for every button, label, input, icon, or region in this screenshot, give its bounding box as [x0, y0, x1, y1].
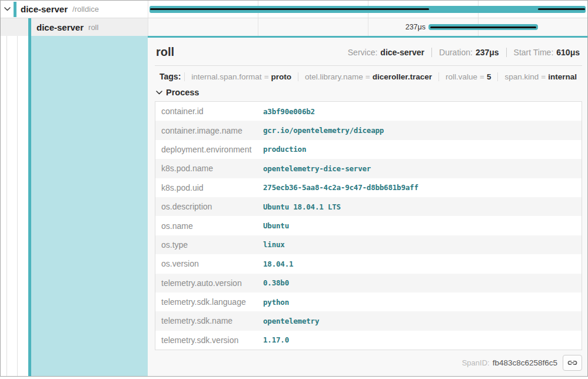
collapse-chevron-down-icon[interactable]: [1, 1, 14, 18]
process-value: 0.38b0: [263, 278, 289, 287]
tags-toggle[interactable]: Tags: internal.span.format=proto otel.li…: [156, 72, 582, 81]
summary-label: Start Time:: [514, 48, 554, 57]
process-row: k8s.pod.nameopentelemetry-dice-server: [155, 159, 582, 178]
process-key: telemetry.sdk.language: [155, 297, 263, 307]
tag-item: roll.value=5: [438, 72, 497, 81]
tag-equals: =: [541, 72, 546, 81]
indent-guide-line: [6, 36, 7, 376]
span-title: roll: [156, 45, 174, 59]
tag-equals: =: [366, 72, 370, 81]
tag-value: proto: [271, 72, 292, 81]
process-value: linux: [263, 240, 285, 249]
service-color-bar: [28, 18, 31, 36]
process-key: telemetry.sdk.version: [155, 335, 263, 345]
summary-duration: Duration:237μs: [431, 48, 506, 57]
process-row: container.image.namegcr.io/opentelemetry…: [155, 121, 582, 139]
summary-value: 610μs: [556, 48, 580, 57]
span-summary: Service:dice-server Duration:237μs Start…: [341, 48, 581, 57]
tag-item: internal.span.format=proto: [184, 72, 298, 81]
tag-key: roll.value: [446, 72, 477, 81]
process-row: telemetry.sdk.version1.17.0: [155, 331, 582, 350]
span-bar-parent[interactable]: [150, 6, 586, 13]
process-key: telemetry.auto.version: [155, 278, 263, 288]
span-duration-label: 237μs: [406, 18, 426, 36]
tag-value: diceroller.tracer: [373, 72, 432, 81]
indent-guide-line: [17, 36, 18, 376]
spanid-value: fb483c8c6258f6c5: [493, 358, 557, 367]
process-row: os.nameUbuntu: [155, 216, 582, 235]
tag-value: internal: [548, 72, 577, 81]
summary-start-time: Start Time:610μs: [506, 48, 581, 57]
grid-line: [258, 18, 258, 36]
process-value: opentelemetry: [263, 317, 319, 325]
process-row: telemetry.auto.version0.38b0: [155, 274, 582, 292]
tag-item: otel.library.name=diceroller.tracer: [298, 72, 438, 81]
process-value: a3bf90e006b2: [263, 107, 315, 116]
grid-line: [368, 18, 368, 36]
process-key: os.name: [155, 221, 263, 231]
tag-key: internal.span.format: [191, 72, 261, 81]
link-icon: [567, 358, 577, 368]
summary-label: Service:: [348, 48, 378, 57]
process-row: container.ida3bf90e006b2: [155, 102, 582, 121]
process-key: os.description: [155, 202, 263, 211]
summary-label: Duration:: [439, 48, 473, 57]
tag-value: 5: [487, 72, 491, 81]
process-value: Ubuntu 18.04.1 LTS: [263, 202, 341, 211]
summary-value: dice-server: [380, 48, 424, 57]
process-toggle[interactable]: Process: [156, 88, 582, 97]
tags-header: Tags:: [160, 72, 181, 81]
process-key: container.image.name: [155, 126, 263, 135]
grid-line: [148, 18, 148, 36]
span-row-roll-selected[interactable]: dice-server roll 237μs: [1, 18, 587, 36]
detail-footer: SpanID: fb483c8c6258f6c5: [155, 350, 582, 375]
process-row: telemetry.sdk.languagepython: [155, 292, 582, 311]
process-value: gcr.io/opentelemetry/diceapp: [263, 126, 384, 135]
spanid-label: SpanID:: [462, 358, 490, 367]
process-key: os.version: [155, 259, 263, 268]
selected-span-highlight: [31, 36, 148, 376]
process-key: telemetry.sdk.name: [155, 316, 263, 325]
service-name: dice-server: [36, 22, 84, 32]
tag-equals: =: [264, 72, 269, 81]
span-timeline-cell: 237μs: [148, 18, 587, 36]
process-header: Process: [166, 88, 199, 97]
process-row: os.version18.04.1: [155, 254, 582, 273]
process-value: opentelemetry-dice-server: [263, 164, 371, 173]
grid-line: [148, 1, 148, 18]
span-timeline-cell: [148, 1, 587, 18]
process-table: container.ida3bf90e006b2 container.image…: [155, 101, 582, 350]
jaeger-trace-detail-view: dice-server /rolldice dice-server roll: [0, 0, 588, 377]
operation-name: roll: [88, 23, 98, 32]
process-key: container.id: [155, 107, 263, 116]
process-value: Ubuntu: [263, 221, 289, 230]
span-row-rolldice[interactable]: dice-server /rolldice: [1, 1, 587, 18]
service-color-bar: [14, 2, 16, 17]
tag-key: span.kind: [504, 72, 539, 81]
span-bar-overlay: [150, 8, 429, 10]
deep-link-button[interactable]: [563, 355, 582, 371]
span-bar-overlay: [538, 8, 585, 10]
process-key: k8s.pod.name: [155, 164, 263, 173]
process-key: k8s.pod.uid: [155, 183, 263, 192]
operation-name: /rolldice: [72, 5, 99, 14]
tag-item: span.kind=internal: [497, 72, 583, 81]
tag-equals: =: [480, 72, 484, 81]
process-row: telemetry.sdk.nameopentelemetry: [155, 311, 582, 330]
summary-service: Service:dice-server: [341, 48, 431, 57]
process-value: 18.04.1: [263, 260, 293, 268]
span-bar-overlay: [430, 26, 536, 28]
span-name-column[interactable]: dice-server roll: [1, 18, 148, 36]
process-key: os.type: [155, 240, 263, 250]
chevron-down-icon: [156, 91, 162, 95]
process-value: production: [263, 145, 306, 154]
span-detail-panel: roll Service:dice-server Duration:237μs …: [148, 36, 587, 376]
process-row: deployment.environmentproduction: [155, 140, 582, 159]
process-value: 1.17.0: [263, 335, 289, 344]
span-name-column[interactable]: dice-server /rolldice: [1, 1, 148, 18]
process-value: python: [263, 298, 289, 307]
process-row: os.descriptionUbuntu 18.04.1 LTS: [155, 197, 582, 216]
process-row: os.typelinux: [155, 235, 582, 254]
detail-header: roll Service:dice-server Duration:237μs …: [155, 38, 582, 66]
span-bar-roll[interactable]: [428, 24, 538, 30]
